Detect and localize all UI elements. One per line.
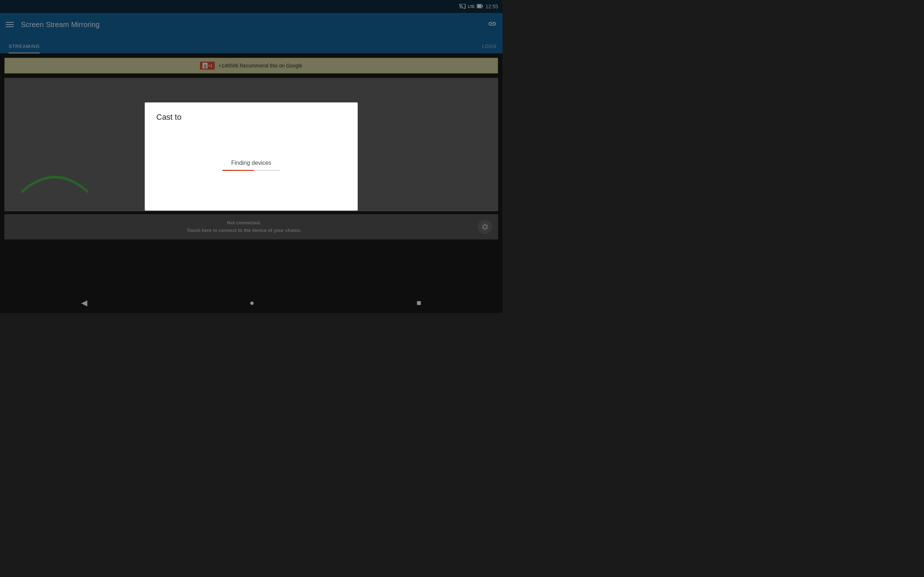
cast-to-dialog: Cast to Finding devices (145, 102, 358, 211)
progress-bar-track (222, 170, 280, 171)
dialog-overlay: Cast to Finding devices (0, 0, 502, 313)
progress-bar-fill (222, 170, 254, 171)
dialog-title: Cast to (156, 113, 346, 122)
finding-devices-container: Finding devices (156, 136, 346, 198)
finding-devices-text: Finding devices (231, 160, 271, 166)
